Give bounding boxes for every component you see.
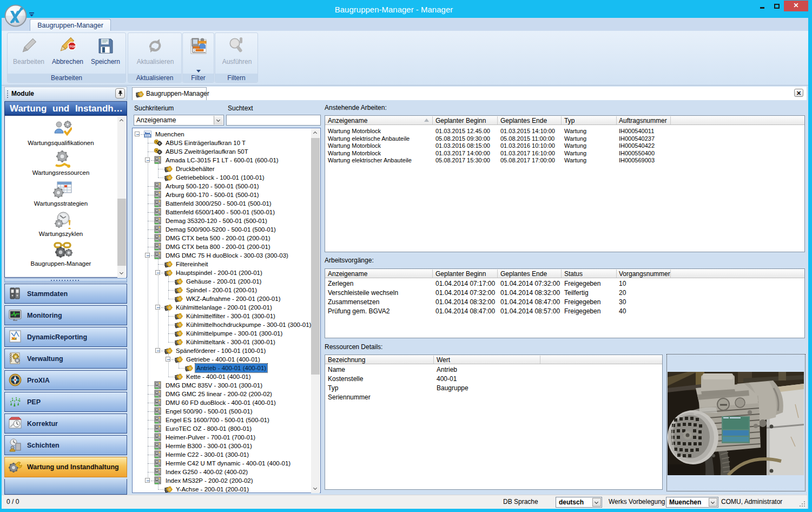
svg-text:STOP: STOP [68,45,76,48]
